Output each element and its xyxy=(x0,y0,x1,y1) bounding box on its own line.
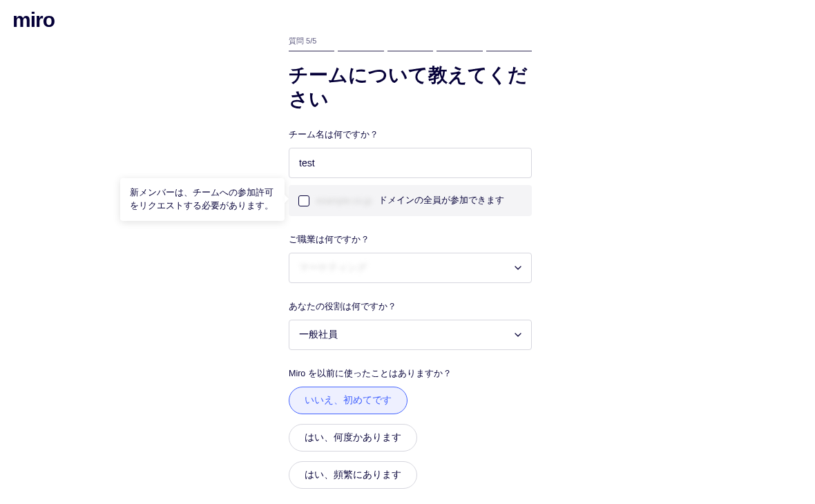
occupation-value-blurred: マーケティング xyxy=(299,262,367,274)
onboarding-form: 質問 5/5 チームについて教えてください チーム名は何ですか？ example… xyxy=(289,36,532,504)
team-name-input[interactable] xyxy=(289,148,532,178)
domain-join-checkbox[interactable] xyxy=(298,195,309,206)
progress-segment xyxy=(338,50,383,52)
miro-logo: miro xyxy=(12,8,55,32)
role-value: 一般社員 xyxy=(299,329,338,341)
permission-tooltip: 新メンバーは、チームへの参加許可をリクエストする必要があります。 xyxy=(120,178,285,221)
exp-option-first-time[interactable]: いいえ、初めてです xyxy=(289,387,408,414)
team-name-section: チーム名は何ですか？ example.co.jp ドメインの全員が参加できます xyxy=(289,129,532,216)
progress-segment xyxy=(289,50,334,52)
role-select[interactable]: 一般社員 xyxy=(289,320,532,350)
role-label: あなたの役割は何ですか？ xyxy=(289,301,532,313)
experience-label: Miro を以前に使ったことはありますか？ xyxy=(289,368,532,380)
progress-segment xyxy=(437,50,482,52)
page-title: チームについて教えてください xyxy=(289,63,532,111)
occupation-select[interactable]: マーケティング xyxy=(289,253,532,283)
occupation-label: ご職業は何ですか？ xyxy=(289,234,532,246)
exp-option-frequent[interactable]: はい、頻繁にあります xyxy=(289,461,417,489)
progress-bar xyxy=(289,50,532,52)
experience-options: いいえ、初めてです はい、何度かあります はい、頻繁にあります xyxy=(289,387,532,489)
progress-segment xyxy=(387,50,433,52)
role-section: あなたの役割は何ですか？ 一般社員 xyxy=(289,301,532,350)
step-indicator: 質問 5/5 xyxy=(289,36,532,46)
domain-suffix-text: ドメインの全員が参加できます xyxy=(378,195,504,206)
progress-segment xyxy=(486,50,532,52)
experience-section: Miro を以前に使ったことはありますか？ いいえ、初めてです はい、何度かあり… xyxy=(289,368,532,489)
team-name-label: チーム名は何ですか？ xyxy=(289,129,532,141)
domain-join-box[interactable]: example.co.jp ドメインの全員が参加できます xyxy=(289,185,532,216)
domain-name-blurred: example.co.jp xyxy=(316,195,372,206)
occupation-section: ご職業は何ですか？ マーケティング xyxy=(289,234,532,283)
exp-option-few-times[interactable]: はい、何度かあります xyxy=(289,424,417,452)
